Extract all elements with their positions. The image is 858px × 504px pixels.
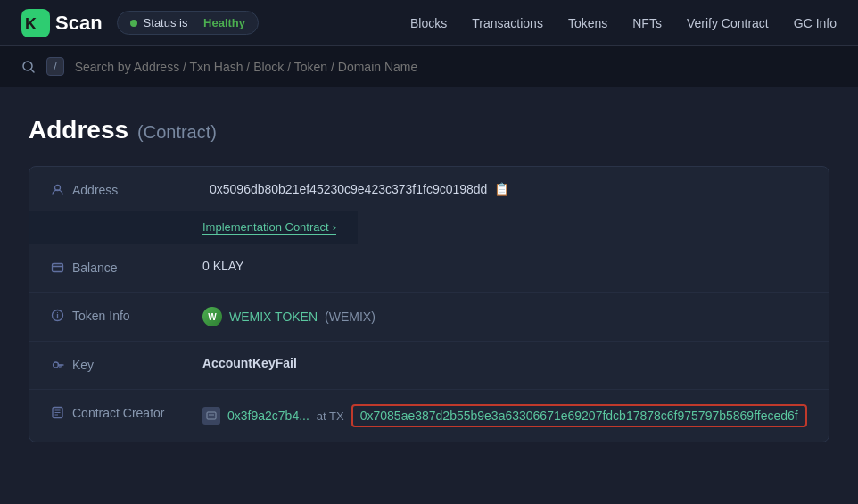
implementation-contract-link[interactable]: Implementation Contract › [202,220,336,235]
nav-nfts[interactable]: NFTs [632,16,662,30]
address-info-card: Address 0x5096db80b21ef45230c9e423c373f1… [29,166,829,442]
svg-rect-17 [207,412,216,419]
logo-text: Scan [55,12,103,35]
balance-value: 0 KLAY [202,259,243,273]
address-icon [51,183,65,197]
logo: K Scan [21,9,103,37]
address-row: Address 0x5096db80b21ef45230c9e423c373f1… [29,167,829,244]
main-content: Address(Contract) Address 0x5096db80b21e… [0,87,858,464]
contract-creator-value: 0x3f9a2c7b4... at TX 0x7085ae387d2b55b9e… [202,404,807,427]
token-symbol: (WEMIX) [325,310,375,324]
creator-account-icon [202,407,220,425]
at-tx-label: at TX [317,409,344,423]
copy-icon[interactable]: 📋 [494,182,509,196]
nav-transactions[interactable]: Transactions [472,16,543,30]
token-info-row: Token Info W WEMIX TOKEN (WEMIX) [29,293,829,342]
chevron-right-icon: › [333,220,336,234]
svg-rect-5 [53,264,63,272]
key-row: Key AccountKeyFail [29,342,829,390]
address-top: Address 0x5096db80b21ef45230c9e423c373f1… [29,167,531,211]
header-left: K Scan Status is Healthy [21,9,259,37]
contract-creator-row: Contract Creator 0x3f9a2c7b4... at TX 0x… [29,390,829,442]
balance-icon [51,260,65,275]
status-badge: Status is Healthy [117,11,259,35]
key-label: Key [51,356,202,372]
token-info-label: Token Info [51,307,202,323]
search-bar: / [0,46,858,87]
creator-address-link[interactable]: 0x3f9a2c7b4... [227,409,309,423]
search-icon [21,60,36,74]
page-title: Address(Contract) [29,116,829,145]
slash-badge: / [46,57,64,76]
nav-blocks[interactable]: Blocks [410,16,447,30]
implementation-contract-row: Implementation Contract › [29,211,358,244]
contract-creator-label: Contract Creator [51,404,202,420]
nav-gc-info[interactable]: GC Info [794,16,837,30]
key-icon [51,358,65,372]
key-value: AccountKeyFail [202,356,297,370]
status-healthy-value: Healthy [203,16,245,29]
svg-point-8 [57,312,58,313]
address-value: 0x5096db80b21ef45230c9e423c373f1fc9c0198… [210,182,509,196]
balance-label: Balance [51,259,202,275]
token-logo-icon: W [202,307,222,326]
tx-hash-link[interactable]: 0x7085ae387d2b55b9e3a63306671e69207fdcb1… [351,404,807,427]
main-nav: Blocks Transactions Tokens NFTs Verify C… [410,16,837,30]
status-label: Status is [144,16,188,29]
address-label: Address [51,181,202,197]
status-dot-icon [130,20,137,27]
kaia-logo-icon: K [21,9,50,37]
svg-line-3 [31,69,35,72]
contract-icon [51,406,65,420]
search-input[interactable] [75,60,837,74]
page-subtitle: (Contract) [137,122,217,142]
balance-row: Balance 0 KLAY [29,244,829,293]
tx-hash-box: 0x7085ae387d2b55b9e3a63306671e69207fdcb1… [351,404,807,427]
token-name-link[interactable]: WEMIX TOKEN [229,310,318,324]
svg-text:K: K [25,15,37,33]
nav-tokens[interactable]: Tokens [568,16,607,30]
header: K Scan Status is Healthy Blocks Transact… [0,0,858,46]
info-icon [51,309,65,323]
token-info-value: W WEMIX TOKEN (WEMIX) [202,307,375,326]
nav-verify-contract[interactable]: Verify Contract [687,16,769,30]
